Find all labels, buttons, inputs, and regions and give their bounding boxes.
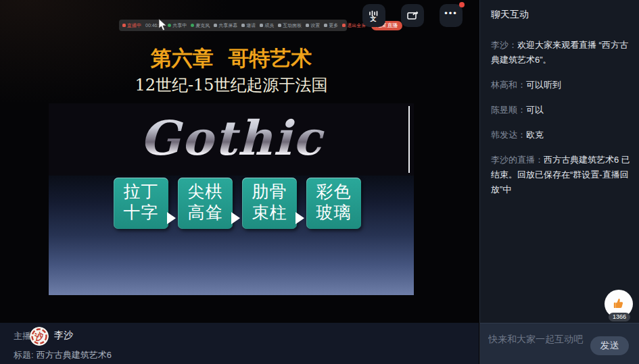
members-icon xyxy=(260,24,263,27)
toolbar-item-screen-share[interactable]: 共享屏幕 xyxy=(214,23,237,28)
mic-icon xyxy=(191,24,194,27)
notification-dot xyxy=(459,2,465,7)
chat-input[interactable] xyxy=(487,330,591,348)
flow-arrow-icon xyxy=(167,212,176,224)
more-options-button[interactable]: ••• xyxy=(440,4,463,27)
stream-title: 西方古典建筑艺术6 xyxy=(37,350,112,360)
exit-icon xyxy=(342,24,346,27)
thumbs-up-icon xyxy=(611,296,626,311)
popout-window-button[interactable] xyxy=(401,4,424,27)
invite-icon xyxy=(241,24,245,27)
chat-message-list[interactable]: 李沙：欢迎大家来观看直播 “西方古典建筑艺术6”。 林高和：可以听到 陈昱顺：可… xyxy=(480,30,639,322)
voice-to-text-icon: 文 xyxy=(367,9,381,22)
signal-bars-icon xyxy=(122,24,126,27)
chat-message: 韩发达：欧克 xyxy=(491,128,631,142)
toolbar-item-live[interactable]: 直播中 xyxy=(122,23,141,28)
toolbar-item-exit-fullscreen[interactable]: 退出全屏 xyxy=(342,23,366,28)
chat-bubble-icon xyxy=(278,24,281,27)
host-avatar[interactable]: 沙 xyxy=(30,327,49,346)
voice-to-text-button[interactable]: 文 xyxy=(362,4,385,27)
chat-panel-title: 聊天互动 xyxy=(480,0,639,21)
flow-arrow-icon xyxy=(231,212,240,224)
toolbar-item-invite[interactable]: 邀请 xyxy=(241,23,256,28)
like-button[interactable]: 1366 xyxy=(605,290,634,321)
toolbar-item-settings[interactable]: 设置 xyxy=(306,23,320,28)
chat-input-bar: 发送 xyxy=(480,323,639,364)
mouse-cursor xyxy=(158,18,167,31)
send-button[interactable]: 发送 xyxy=(590,336,629,355)
flow-box-stained-glass: 彩色玻璃 xyxy=(306,178,361,229)
slide-subtitle: 12世纪-15世纪起源于法国 xyxy=(49,74,414,96)
toolbar-item-panel[interactable]: 互动面板 xyxy=(278,23,302,28)
host-name: 李沙 xyxy=(54,330,73,342)
live-stream-window: 直播中 00:46:10 共享中 麦克风 共享屏幕 邀请 成员 互动面板 设置 … xyxy=(0,0,639,364)
green-dot-icon xyxy=(168,24,171,27)
shared-slide: 第六章 哥特艺术 12世纪-15世纪起源于法国 Gothic 拉丁十字 尖栱高耸… xyxy=(49,39,414,295)
scroll-cursor-line xyxy=(408,106,410,173)
stream-title-row: 标题:西方古典建筑艺术6 xyxy=(14,349,112,361)
seal-avatar-icon: 沙 xyxy=(30,327,49,346)
host-info-bar: 主播: 沙 李沙 标题:西方古典建筑艺术6 xyxy=(0,323,479,364)
chat-message: 李沙的直播：西方古典建筑艺术6 已结束。回放已保存在“群设置-直播回放”中 xyxy=(491,153,631,197)
toolbar-item-sharing[interactable]: 共享中 xyxy=(168,23,187,28)
share-toolbar: 直播中 00:46:10 共享中 麦克风 共享屏幕 邀请 成员 互动面板 设置 … xyxy=(119,20,347,31)
stream-stage: 直播中 00:46:10 共享中 麦克风 共享屏幕 邀请 成员 互动面板 设置 … xyxy=(0,0,479,364)
flow-box-latin-cross: 拉丁十字 xyxy=(114,178,168,229)
flow-box-pointed-arch: 尖栱高耸 xyxy=(178,178,233,229)
gothic-banner: Gothic xyxy=(49,103,414,176)
title-label: 标题: xyxy=(14,350,34,360)
screen-share-icon xyxy=(214,24,217,27)
chat-message: 李沙：欢迎大家来观看直播 “西方古典建筑艺术6”。 xyxy=(491,38,631,68)
popout-window-icon xyxy=(406,9,419,22)
like-count-badge: 1366 xyxy=(609,313,630,321)
toolbar-item-mic[interactable]: 麦克风 xyxy=(191,23,210,28)
svg-text:文: 文 xyxy=(370,16,377,22)
chat-message: 林高和：可以听到 xyxy=(491,78,631,93)
chat-message: 陈昱顺：可以 xyxy=(491,103,631,118)
settings-gear-icon xyxy=(306,24,309,27)
gothic-banner-text: Gothic xyxy=(49,103,414,174)
more-ellipsis-icon: ••• xyxy=(444,14,458,18)
toolbar-item-members[interactable]: 成员 xyxy=(260,23,274,28)
flow-box-rib-vault: 肋骨束柱 xyxy=(242,178,297,229)
chat-panel: 聊天互动 李沙：欢迎大家来观看直播 “西方古典建筑艺术6”。 林高和：可以听到 … xyxy=(479,0,639,364)
slide-chapter-title: 第六章 哥特艺术 xyxy=(49,45,414,73)
flow-diagram: 拉丁十字 尖栱高耸 肋骨束柱 彩色玻璃 xyxy=(49,176,414,295)
more-dots-icon xyxy=(324,24,327,27)
toolbar-item-more[interactable]: 更多 xyxy=(324,23,338,28)
flow-arrow-icon xyxy=(295,212,304,224)
